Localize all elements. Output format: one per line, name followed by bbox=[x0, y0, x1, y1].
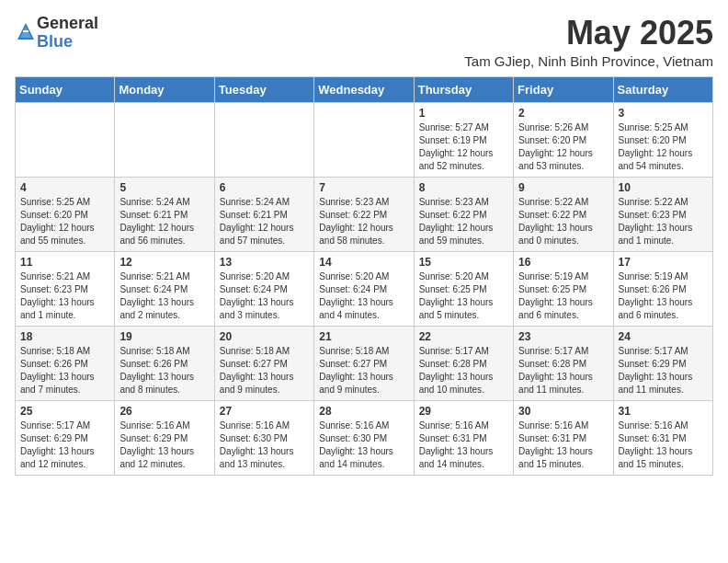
day-number: 25 bbox=[20, 405, 109, 418]
day-number: 21 bbox=[319, 330, 408, 343]
calendar-header-row: SundayMondayTuesdayWednesdayThursdayFrid… bbox=[16, 76, 713, 102]
day-info: Sunrise: 5:20 AM Sunset: 6:24 PM Dayligh… bbox=[220, 270, 309, 322]
calendar-cell: 9Sunrise: 5:22 AM Sunset: 6:22 PM Daylig… bbox=[514, 177, 613, 251]
day-number: 18 bbox=[20, 330, 109, 343]
day-info: Sunrise: 5:19 AM Sunset: 6:25 PM Dayligh… bbox=[518, 270, 608, 322]
day-info: Sunrise: 5:24 AM Sunset: 6:21 PM Dayligh… bbox=[119, 196, 209, 247]
day-info: Sunrise: 5:16 AM Sunset: 6:31 PM Dayligh… bbox=[518, 419, 608, 471]
calendar-cell: 20Sunrise: 5:18 AM Sunset: 6:27 PM Dayli… bbox=[214, 326, 313, 400]
day-number: 28 bbox=[319, 405, 408, 418]
calendar-cell bbox=[115, 102, 214, 177]
logo: General Blue bbox=[15, 15, 98, 52]
title-block: May 2025 Tam GJiep, Ninh Binh Province, … bbox=[464, 15, 713, 69]
calendar-cell: 12Sunrise: 5:21 AM Sunset: 6:24 PM Dayli… bbox=[115, 251, 214, 326]
day-number: 4 bbox=[20, 181, 109, 194]
day-number: 13 bbox=[220, 256, 309, 269]
day-number: 27 bbox=[220, 405, 309, 418]
day-number: 14 bbox=[319, 256, 408, 269]
calendar-table: SundayMondayTuesdayWednesdayThursdayFrid… bbox=[15, 76, 713, 476]
day-number: 12 bbox=[119, 256, 209, 269]
day-info: Sunrise: 5:24 AM Sunset: 6:21 PM Dayligh… bbox=[220, 196, 309, 247]
day-info: Sunrise: 5:16 AM Sunset: 6:31 PM Dayligh… bbox=[619, 419, 708, 471]
day-info: Sunrise: 5:16 AM Sunset: 6:29 PM Dayligh… bbox=[119, 419, 209, 471]
day-number: 6 bbox=[220, 181, 309, 194]
day-info: Sunrise: 5:18 AM Sunset: 6:27 PM Dayligh… bbox=[220, 345, 309, 396]
day-number: 9 bbox=[518, 181, 608, 194]
calendar-cell: 24Sunrise: 5:17 AM Sunset: 6:29 PM Dayli… bbox=[613, 326, 712, 400]
calendar-cell: 21Sunrise: 5:18 AM Sunset: 6:27 PM Dayli… bbox=[314, 326, 414, 400]
day-number: 11 bbox=[20, 256, 109, 269]
col-header-saturday: Saturday bbox=[613, 76, 712, 102]
day-info: Sunrise: 5:17 AM Sunset: 6:28 PM Dayligh… bbox=[518, 345, 608, 396]
calendar-cell: 18Sunrise: 5:18 AM Sunset: 6:26 PM Dayli… bbox=[16, 326, 115, 400]
calendar-week-row: 4Sunrise: 5:25 AM Sunset: 6:20 PM Daylig… bbox=[16, 177, 713, 251]
day-info: Sunrise: 5:25 AM Sunset: 6:20 PM Dayligh… bbox=[20, 196, 109, 247]
calendar-cell: 23Sunrise: 5:17 AM Sunset: 6:28 PM Dayli… bbox=[514, 326, 613, 400]
svg-rect-2 bbox=[23, 30, 28, 32]
day-number: 29 bbox=[419, 405, 508, 418]
calendar-cell: 28Sunrise: 5:16 AM Sunset: 6:30 PM Dayli… bbox=[314, 400, 414, 475]
calendar-cell: 8Sunrise: 5:23 AM Sunset: 6:22 PM Daylig… bbox=[414, 177, 513, 251]
calendar-cell: 22Sunrise: 5:17 AM Sunset: 6:28 PM Dayli… bbox=[414, 326, 513, 400]
day-info: Sunrise: 5:23 AM Sunset: 6:22 PM Dayligh… bbox=[419, 196, 508, 247]
calendar-cell: 6Sunrise: 5:24 AM Sunset: 6:21 PM Daylig… bbox=[214, 177, 313, 251]
day-number: 17 bbox=[619, 256, 708, 269]
calendar-cell: 11Sunrise: 5:21 AM Sunset: 6:23 PM Dayli… bbox=[16, 251, 115, 326]
day-number: 30 bbox=[518, 405, 608, 418]
day-number: 19 bbox=[119, 330, 209, 343]
day-info: Sunrise: 5:19 AM Sunset: 6:26 PM Dayligh… bbox=[619, 270, 708, 322]
day-info: Sunrise: 5:18 AM Sunset: 6:26 PM Dayligh… bbox=[20, 345, 109, 396]
day-info: Sunrise: 5:23 AM Sunset: 6:22 PM Dayligh… bbox=[319, 196, 408, 247]
day-number: 3 bbox=[619, 107, 708, 120]
col-header-friday: Friday bbox=[514, 76, 613, 102]
day-number: 24 bbox=[619, 330, 708, 343]
calendar-cell: 4Sunrise: 5:25 AM Sunset: 6:20 PM Daylig… bbox=[16, 177, 115, 251]
day-info: Sunrise: 5:22 AM Sunset: 6:23 PM Dayligh… bbox=[619, 196, 708, 247]
calendar-cell: 7Sunrise: 5:23 AM Sunset: 6:22 PM Daylig… bbox=[314, 177, 414, 251]
day-number: 16 bbox=[518, 256, 608, 269]
day-number: 15 bbox=[419, 256, 508, 269]
day-info: Sunrise: 5:18 AM Sunset: 6:27 PM Dayligh… bbox=[319, 345, 408, 396]
calendar-cell: 5Sunrise: 5:24 AM Sunset: 6:21 PM Daylig… bbox=[115, 177, 214, 251]
day-info: Sunrise: 5:26 AM Sunset: 6:20 PM Dayligh… bbox=[518, 121, 608, 173]
calendar-cell: 19Sunrise: 5:18 AM Sunset: 6:26 PM Dayli… bbox=[115, 326, 214, 400]
col-header-sunday: Sunday bbox=[16, 76, 115, 102]
day-info: Sunrise: 5:21 AM Sunset: 6:24 PM Dayligh… bbox=[119, 270, 209, 322]
day-number: 20 bbox=[220, 330, 309, 343]
calendar-cell bbox=[214, 102, 313, 177]
calendar-cell bbox=[16, 102, 115, 177]
day-info: Sunrise: 5:17 AM Sunset: 6:29 PM Dayligh… bbox=[619, 345, 708, 396]
day-number: 5 bbox=[119, 181, 209, 194]
calendar-cell: 31Sunrise: 5:16 AM Sunset: 6:31 PM Dayli… bbox=[613, 400, 712, 475]
day-info: Sunrise: 5:25 AM Sunset: 6:20 PM Dayligh… bbox=[619, 121, 708, 173]
logo-blue-text: Blue bbox=[37, 32, 73, 51]
day-info: Sunrise: 5:20 AM Sunset: 6:24 PM Dayligh… bbox=[319, 270, 408, 322]
calendar-cell: 1Sunrise: 5:27 AM Sunset: 6:19 PM Daylig… bbox=[414, 102, 513, 177]
day-number: 7 bbox=[319, 181, 408, 194]
calendar-cell: 26Sunrise: 5:16 AM Sunset: 6:29 PM Dayli… bbox=[115, 400, 214, 475]
calendar-cell: 17Sunrise: 5:19 AM Sunset: 6:26 PM Dayli… bbox=[613, 251, 712, 326]
month-title: May 2025 bbox=[464, 15, 713, 52]
calendar-cell: 2Sunrise: 5:26 AM Sunset: 6:20 PM Daylig… bbox=[514, 102, 613, 177]
day-info: Sunrise: 5:16 AM Sunset: 6:31 PM Dayligh… bbox=[419, 419, 508, 471]
calendar-cell: 27Sunrise: 5:16 AM Sunset: 6:30 PM Dayli… bbox=[214, 400, 313, 475]
day-number: 1 bbox=[419, 107, 508, 120]
day-info: Sunrise: 5:27 AM Sunset: 6:19 PM Dayligh… bbox=[419, 121, 508, 173]
general-blue-icon bbox=[17, 22, 35, 40]
col-header-monday: Monday bbox=[115, 76, 214, 102]
day-info: Sunrise: 5:18 AM Sunset: 6:26 PM Dayligh… bbox=[119, 345, 209, 396]
day-info: Sunrise: 5:17 AM Sunset: 6:29 PM Dayligh… bbox=[20, 419, 109, 471]
day-number: 23 bbox=[518, 330, 608, 343]
calendar-cell: 14Sunrise: 5:20 AM Sunset: 6:24 PM Dayli… bbox=[314, 251, 414, 326]
calendar-week-row: 11Sunrise: 5:21 AM Sunset: 6:23 PM Dayli… bbox=[16, 251, 713, 326]
day-number: 10 bbox=[619, 181, 708, 194]
day-info: Sunrise: 5:16 AM Sunset: 6:30 PM Dayligh… bbox=[319, 419, 408, 471]
calendar-cell bbox=[314, 102, 414, 177]
calendar-cell: 29Sunrise: 5:16 AM Sunset: 6:31 PM Dayli… bbox=[414, 400, 513, 475]
day-info: Sunrise: 5:17 AM Sunset: 6:28 PM Dayligh… bbox=[419, 345, 508, 396]
day-number: 31 bbox=[619, 405, 708, 418]
col-header-tuesday: Tuesday bbox=[214, 76, 313, 102]
calendar-week-row: 25Sunrise: 5:17 AM Sunset: 6:29 PM Dayli… bbox=[16, 400, 713, 475]
calendar-cell: 15Sunrise: 5:20 AM Sunset: 6:25 PM Dayli… bbox=[414, 251, 513, 326]
page-header: General Blue May 2025 Tam GJiep, Ninh Bi… bbox=[15, 15, 713, 69]
